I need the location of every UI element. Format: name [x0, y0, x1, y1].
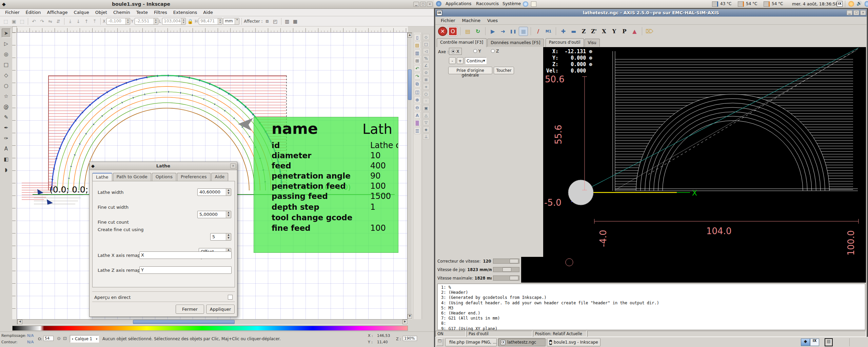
menu-item[interactable]: Fichier	[437, 17, 459, 24]
snap-midpoint-icon[interactable]: ◦	[423, 98, 430, 104]
rotate-view-icon[interactable]: ▲	[630, 27, 639, 36]
snap-node-icon[interactable]: +	[423, 84, 430, 90]
volume-icon[interactable]: 🔊	[856, 1, 862, 6]
zoom-in-icon[interactable]: ⊕	[414, 96, 421, 103]
snap-center-icon[interactable]: ⊙	[423, 69, 430, 76]
gcode-line[interactable]: 6: (Header end.)	[441, 311, 865, 316]
open-icon[interactable]: ▤	[414, 42, 421, 48]
notes-launcher-icon[interactable]	[531, 1, 536, 7]
pager-workspace-axis[interactable]: IX	[810, 339, 819, 346]
layer-visibility-icon[interactable]: ⊙	[57, 336, 61, 341]
layer-select[interactable]: •Calque 1▾	[70, 335, 99, 343]
affect-corners-icon[interactable]: ◰	[272, 18, 279, 25]
zoom-in-icon[interactable]: ✚	[559, 27, 568, 36]
copy-icon[interactable]: ⧉	[414, 81, 421, 87]
color-palette[interactable]	[12, 326, 408, 331]
calligraphy-tool[interactable]: ✑	[2, 134, 11, 143]
minimize-button[interactable]: ▁	[413, 2, 419, 7]
snap-intersection-icon[interactable]: ◈	[423, 126, 430, 132]
menu-item[interactable]: Machine	[459, 17, 484, 24]
inkscape-titlebar[interactable]: ◆ boule1.svg - Inkscape ▁ ▢ ×	[0, 0, 434, 9]
menu-item[interactable]: Édition	[23, 9, 44, 16]
distro-menu-icon[interactable]	[436, 1, 441, 6]
lower-bottom-icon[interactable]: ⤓	[66, 18, 74, 25]
tab-visu[interactable]: Visu	[585, 39, 600, 47]
select-layer-icon[interactable]: ▣	[10, 18, 18, 25]
systeme-menu[interactable]: Système	[500, 0, 524, 7]
applications-menu[interactable]: Applications	[443, 0, 474, 7]
max-velocity-slider[interactable]	[493, 275, 519, 281]
flip-vertical-icon[interactable]: ⇵	[55, 18, 62, 25]
fill-stroke-icon[interactable]: ▒	[414, 120, 421, 126]
snap-page-icon[interactable]: ▣	[423, 105, 430, 111]
touch-off-button[interactable]: Toucher	[494, 67, 514, 74]
view-z-icon[interactable]: Z	[579, 27, 588, 36]
settings-tray-icon[interactable]	[848, 1, 854, 7]
apply-button[interactable]: Appliquer	[206, 305, 235, 314]
close-button[interactable]: ×	[860, 10, 866, 15]
opacity-field[interactable]: 54	[43, 336, 54, 341]
raise-top-icon[interactable]: ⤒	[91, 18, 98, 25]
show-desktop-button[interactable]: 🗔	[436, 339, 443, 346]
jog-plus-button[interactable]: +	[457, 57, 463, 64]
dropper-tool[interactable]: ◗	[2, 165, 11, 174]
move-gradients-icon[interactable]: ▥	[283, 18, 291, 25]
rotate-ccw-icon[interactable]: ↶	[30, 18, 38, 25]
menu-item[interactable]: Objet	[92, 9, 110, 16]
tab-preferences[interactable]: Preferences	[177, 173, 210, 181]
view-x-icon[interactable]: X	[599, 27, 609, 36]
stop-icon[interactable]: ■	[519, 27, 528, 36]
jog-mode-select[interactable]: Continu▼	[465, 57, 487, 64]
open-file-icon[interactable]: ▤	[463, 27, 472, 36]
run-icon[interactable]: ▶	[488, 27, 497, 36]
skip-lines-icon[interactable]: /	[534, 27, 543, 36]
feed-override-slider[interactable]	[493, 259, 519, 264]
lathe-dialog-titlebar[interactable]: ◆ Lathe ×	[90, 162, 237, 170]
snap-grid-icon[interactable]: ⊞	[423, 77, 430, 83]
horizontal-scrollbar[interactable]: ◀ ▶	[17, 319, 408, 325]
reload-icon[interactable]: ↻	[473, 27, 482, 36]
zoom-out-icon[interactable]: ▬	[569, 27, 578, 36]
tool-tray-icon[interactable]	[865, 1, 868, 7]
menu-item[interactable]: Aide	[200, 9, 216, 16]
snap-path-icon[interactable]: ○	[423, 91, 430, 97]
minimize-button[interactable]: ▁	[847, 10, 852, 15]
tab-donnees-manuelles[interactable]: Données manuelles [F5]	[487, 39, 544, 47]
paste-icon[interactable]: ◫	[414, 88, 421, 95]
close-dialog-button[interactable]: Fermer	[176, 305, 204, 314]
vertical-ruler[interactable]	[12, 33, 17, 319]
radio-axis-y[interactable]: Y	[473, 48, 481, 54]
tab-aide[interactable]: Aide	[211, 173, 229, 181]
gcode-line[interactable]: 2: (Header)	[441, 290, 865, 295]
select-all-icon[interactable]: ⬚	[2, 18, 9, 25]
tab-options[interactable]: Options	[152, 173, 176, 181]
zoom-field[interactable]: 190%	[403, 336, 417, 341]
fine-cut-width-field[interactable]: 5,00000▲▼	[197, 211, 231, 218]
gradient-tool[interactable]: ◧	[2, 155, 11, 164]
snap-corner-icon[interactable]: %	[423, 55, 430, 61]
optional-stop-m1-icon[interactable]: M1	[544, 27, 553, 36]
snap-angle-icon[interactable]: ∠	[423, 62, 430, 68]
axis-tray-icon[interactable]: IX	[837, 1, 843, 7]
print-icon[interactable]: ⊞	[414, 57, 421, 64]
task-inkscape[interactable]: ◆ boule1.svg - Inkscape	[547, 338, 600, 346]
maximize-button[interactable]: ▢	[853, 10, 859, 15]
gcode-line[interactable]: 3: (Generated by gcodetools from Inkscap…	[441, 295, 865, 300]
view-z-rotated-icon[interactable]: Z'	[589, 27, 598, 36]
save-icon[interactable]: ▥	[414, 49, 421, 56]
raccourcis-menu[interactable]: Raccourcis	[473, 0, 501, 7]
unit-select[interactable]: mm▼	[223, 18, 239, 25]
star-tool[interactable]: ☆	[2, 91, 11, 101]
axis-titlebar[interactable]: IX lathetestz.ngc - AXIS 2.5.0~pre sur E…	[435, 9, 867, 17]
gcode-line[interactable]: 5: M3	[441, 306, 865, 311]
snap-rotation-icon[interactable]: △	[423, 112, 430, 118]
height-field[interactable]: 98,471▲▼	[199, 18, 222, 25]
close-button[interactable]: ×	[427, 2, 433, 7]
view-y-icon[interactable]: Y	[610, 27, 619, 36]
raise-icon[interactable]: ↑	[83, 18, 90, 25]
spiral-tool[interactable]: @	[2, 102, 11, 111]
tab-lathe[interactable]: Lathe	[92, 173, 112, 181]
machine-power-icon[interactable]: O	[448, 27, 457, 36]
node-tool[interactable]: ▷	[2, 39, 11, 48]
text-tool[interactable]: A	[2, 144, 11, 153]
